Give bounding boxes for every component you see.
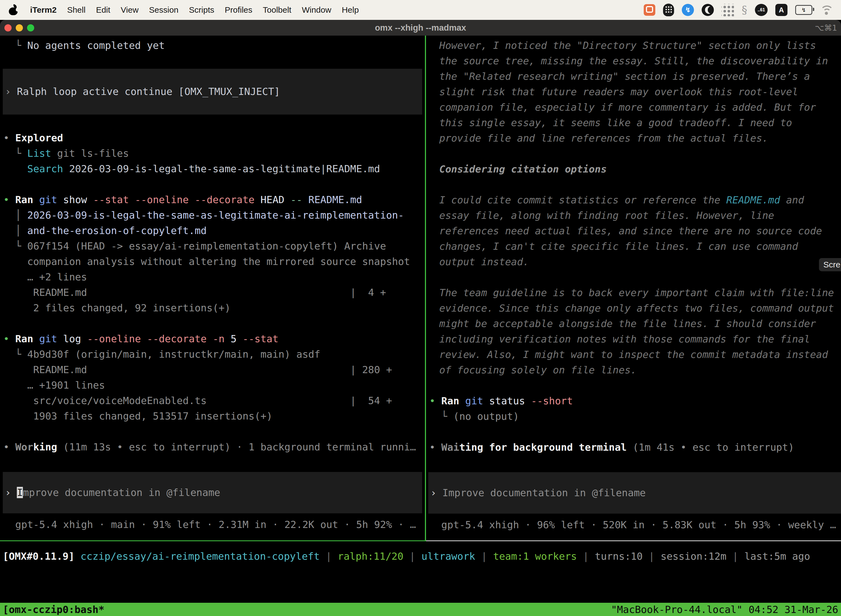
menu-item-profiles[interactable]: Profiles <box>219 5 258 15</box>
terminal-line: • Working (11m 13s • esc to interrupt) ·… <box>0 439 425 455</box>
terminal-line: • Explored <box>0 130 425 146</box>
iterm-window: omx --xhigh --madmax ⌥⌘1 └ No agents com… <box>0 20 841 616</box>
macos-menu-bar: iTerm2ShellEditViewSessionScriptsProfile… <box>0 0 841 20</box>
terminal-line: this single essay, it seems like a good … <box>426 115 841 131</box>
screen-share-overlay-button[interactable]: Scre <box>819 258 841 271</box>
sync-icon[interactable]: ↯ <box>682 4 694 16</box>
terminal-line: • Waiting for background terminal (1m 41… <box>426 440 841 455</box>
terminal-line <box>0 316 425 331</box>
menu-item-help[interactable]: Help <box>337 5 364 15</box>
terminal-line: references need actual files, and since … <box>426 223 841 239</box>
terminal-line: might be acceptable alongside the file l… <box>426 316 841 331</box>
terminal-line: README.md | 4 + <box>0 285 425 300</box>
terminal-line: I could cite commit statistics or refere… <box>426 192 841 208</box>
menu-items: iTerm2ShellEditViewSessionScriptsProfile… <box>25 5 364 15</box>
right-session-status-line: gpt-5.4 xhigh · 96% left · 520K in · 5.8… <box>426 517 841 532</box>
shield-icon[interactable] <box>663 4 674 16</box>
terminal-line: src/voice/voiceModeEnabled.ts | 54 + <box>0 393 425 408</box>
terminal-line <box>426 270 841 285</box>
omx-status-line: [OMX#0.11.9] cczip/essay/ai-reimplementa… <box>0 549 841 564</box>
omx-status-area: [OMX#0.11.9] cczip/essay/ai-reimplementa… <box>0 541 841 603</box>
left-pane-lines: • Explored └ List git ls-files Search 20… <box>0 130 425 455</box>
terminal-line: 1903 files changed, 513517 insertions(+) <box>0 408 425 424</box>
terminal-line: … +2 lines <box>0 269 425 285</box>
terminal-area: └ No agents completed yet › Ralph loop a… <box>0 35 841 540</box>
terminal-line <box>426 177 841 192</box>
terminal-line: essay file, along with finding root file… <box>426 208 841 223</box>
terminal-line: └ List git ls-files <box>0 146 425 161</box>
terminal-line: └ 4b9d30f (origin/main, instructkr/main,… <box>0 347 425 362</box>
injected-prompt-line: › Ralph loop active continue [OMX_TMUX_I… <box>3 84 280 99</box>
screen-share-icon[interactable] <box>644 4 655 16</box>
pane-bottom-border <box>0 540 841 541</box>
terminal-line: companion analysis without altering the … <box>0 254 425 269</box>
prompt-chevron: › <box>431 487 442 499</box>
terminal-line <box>426 424 841 440</box>
terminal-line: └ No agents completed yet <box>0 38 425 53</box>
window-title: omx --xhigh --madmax <box>0 23 841 33</box>
menu-item-shell[interactable]: Shell <box>62 5 91 15</box>
left-prompt-input[interactable]: › Improve documentation in @filename <box>3 472 422 513</box>
prompt-chevron: › <box>5 86 17 97</box>
injected-prompt-box: › Ralph loop active continue [OMX_TMUX_I… <box>3 69 422 114</box>
terminal-line: Search 2026-03-09-is-legal-the-same-as-l… <box>0 161 425 177</box>
terminal-line <box>426 146 841 161</box>
apple-menu-icon[interactable] <box>9 5 18 15</box>
storage-icon[interactable]: ..61 <box>755 4 768 16</box>
right-prompt-input[interactable]: › Improve documentation in @filename <box>428 472 841 513</box>
battery-icon[interactable]: ↯ <box>795 5 812 15</box>
terminal-line: companion file, especially if more comme… <box>426 100 841 115</box>
left-pane-top-lines: └ No agents completed yet <box>0 38 425 53</box>
minimize-button[interactable] <box>16 24 23 31</box>
left-terminal-pane[interactable]: └ No agents completed yet › Ralph loop a… <box>0 35 425 540</box>
screen-share-overlay-label: Scre <box>823 260 841 269</box>
zoom-button[interactable] <box>27 24 34 31</box>
inactive-pane-border <box>426 540 841 541</box>
right-input-placeholder: Improve documentation in @filename <box>442 487 646 499</box>
keyboard-layout-icon[interactable]: A <box>775 4 787 16</box>
right-pane-lines: However, I noticed the "Directory Struct… <box>426 38 841 455</box>
menu-item-view[interactable]: View <box>116 5 144 15</box>
terminal-line: [OMX#0.11.9] cczip/essay/ai-reimplementa… <box>0 549 841 564</box>
screen: iTerm2ShellEditViewSessionScriptsProfile… <box>0 0 841 616</box>
left-input-placeholder: mprove documentation in @filename <box>23 487 220 498</box>
tmux-session-label: [omx-cczip0:bash* <box>3 604 611 615</box>
terminal-line: The team guideline is to back every impo… <box>426 285 841 301</box>
menu-item-edit[interactable]: Edit <box>91 5 116 15</box>
terminal-line: provide file and line references from th… <box>426 131 841 146</box>
menu-item-session[interactable]: Session <box>144 5 184 15</box>
active-pane-border <box>0 540 426 541</box>
terminal-line: of focusing solely on file lines. <box>426 362 841 378</box>
menu-item-window[interactable]: Window <box>297 5 337 15</box>
terminal-line: slight risk that future readers may over… <box>426 84 841 100</box>
dots-grid-icon[interactable] <box>722 4 734 16</box>
close-button[interactable] <box>4 24 12 31</box>
prompt-chevron: › <box>5 487 17 498</box>
right-terminal-pane[interactable]: However, I noticed the "Directory Struct… <box>426 35 841 540</box>
text-cursor: I <box>17 487 23 498</box>
right-input-line: › Improve documentation in @filename <box>428 485 646 501</box>
terminal-line: 2 files changed, 92 insertions(+) <box>0 300 425 316</box>
moon-icon[interactable] <box>702 4 714 16</box>
wifi-icon[interactable] <box>820 5 833 15</box>
terminal-line: the source tree, missing the essay. Stil… <box>426 53 841 69</box>
menu-item-scripts[interactable]: Scripts <box>184 5 220 15</box>
terminal-line <box>0 177 425 192</box>
terminal-line: Considering citation options <box>426 161 841 177</box>
terminal-line: output instead. <box>426 254 841 270</box>
window-title-bar[interactable]: omx --xhigh --madmax ⌥⌘1 <box>0 20 841 35</box>
terminal-line <box>0 424 425 439</box>
terminal-line: changes, I can't cite specific file line… <box>426 239 841 254</box>
terminal-line: │ and-the-erosion-of-copyleft.md <box>0 223 425 238</box>
tmux-status-bar: [omx-cczip0:bash* "MacBook-Pro-44.local"… <box>0 603 841 616</box>
terminal-line: including verification notes with those … <box>426 331 841 347</box>
menu-item-toolbelt[interactable]: Toolbelt <box>258 5 297 15</box>
terminal-line: the "Related research writing" section i… <box>426 69 841 84</box>
injected-prompt-text: Ralph loop active continue [OMX_TMUX_INJ… <box>17 86 280 97</box>
left-session-status-line: gpt-5.4 xhigh · main · 91% left · 2.31M … <box>0 517 425 532</box>
window-controls <box>4 24 34 31</box>
menu-bar-status-icons: ↯§..61A↯ <box>644 4 834 16</box>
menu-item-iterm2[interactable]: iTerm2 <box>25 5 62 15</box>
squiggle-icon[interactable]: § <box>742 4 747 16</box>
tmux-host-clock: "MacBook-Pro-44.local" 04:52 31-Mar-26 <box>611 604 838 615</box>
